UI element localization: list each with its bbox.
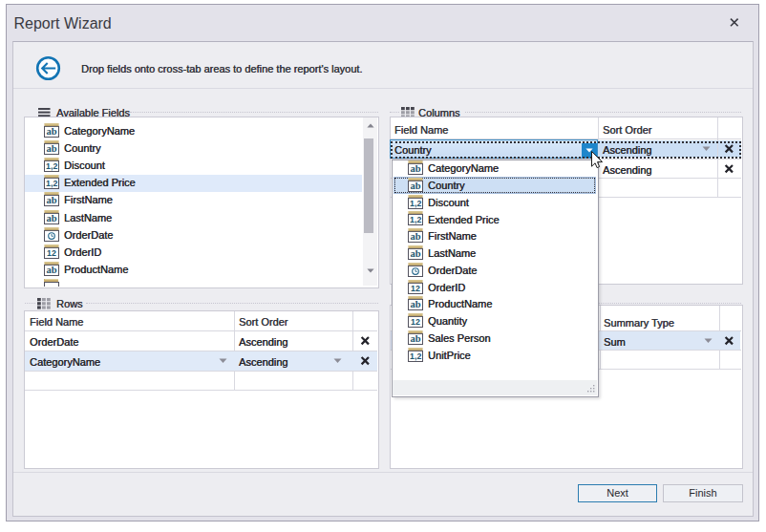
svg-text:1,2: 1,2 bbox=[46, 179, 57, 188]
svg-text:ab: ab bbox=[410, 181, 420, 191]
svg-text:ab: ab bbox=[410, 231, 420, 242]
svg-text:ab: ab bbox=[410, 248, 420, 259]
svg-text:ab: ab bbox=[46, 265, 56, 275]
svg-text:12: 12 bbox=[411, 317, 420, 327]
svg-text:ab: ab bbox=[410, 299, 420, 309]
svg-text:1,2: 1,2 bbox=[410, 215, 421, 224]
svg-text:1,2: 1,2 bbox=[46, 161, 57, 171]
svg-text:12: 12 bbox=[411, 284, 420, 293]
svg-text:ab: ab bbox=[410, 333, 420, 344]
svg-text:1,2: 1,2 bbox=[410, 351, 421, 361]
svg-text:ab: ab bbox=[410, 163, 420, 174]
svg-text:ab: ab bbox=[46, 196, 56, 206]
svg-text:12: 12 bbox=[47, 248, 56, 258]
svg-text:ab: ab bbox=[46, 143, 56, 154]
svg-text:ab: ab bbox=[46, 126, 56, 137]
svg-text:ab: ab bbox=[46, 213, 56, 223]
svg-text:1,2: 1,2 bbox=[410, 199, 421, 208]
